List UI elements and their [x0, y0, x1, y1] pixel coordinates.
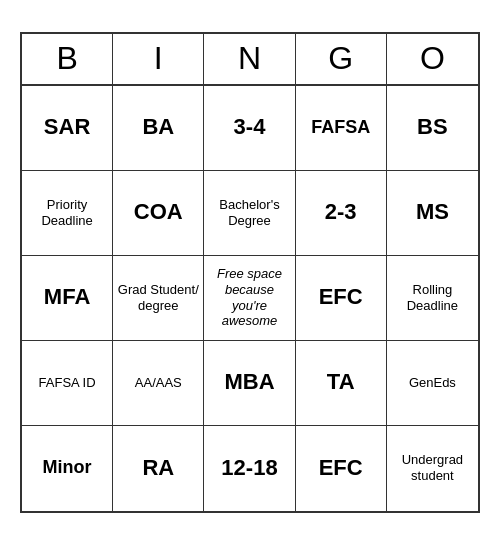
bingo-cell: COA: [113, 171, 204, 256]
bingo-cell-text: MFA: [44, 284, 90, 310]
bingo-cell-text: COA: [134, 199, 183, 225]
bingo-cell-text: Free space because you're awesome: [208, 266, 290, 328]
bingo-cell-text: MS: [416, 199, 449, 225]
bingo-cell: EFC: [296, 256, 387, 341]
bingo-cell: 2-3: [296, 171, 387, 256]
bingo-header-letter: O: [387, 34, 478, 84]
bingo-cell-text: 2-3: [325, 199, 357, 225]
bingo-cell: SAR: [22, 86, 113, 171]
bingo-cell-text: EFC: [319, 455, 363, 481]
bingo-cell-text: Priority Deadline: [26, 197, 108, 228]
bingo-cell: EFC: [296, 426, 387, 511]
bingo-cell-text: Undergrad student: [391, 452, 474, 483]
bingo-cell: 3-4: [204, 86, 295, 171]
bingo-header-letter: G: [296, 34, 387, 84]
bingo-cell-text: BA: [142, 114, 174, 140]
bingo-grid: SARBA3-4FAFSABSPriority DeadlineCOABache…: [22, 86, 478, 511]
bingo-cell-text: Grad Student/ degree: [117, 282, 199, 313]
bingo-cell: Grad Student/ degree: [113, 256, 204, 341]
bingo-cell-text: GenEds: [409, 375, 456, 391]
bingo-cell-text: FAFSA: [311, 117, 370, 139]
bingo-cell-text: BS: [417, 114, 448, 140]
bingo-cell: Minor: [22, 426, 113, 511]
bingo-cell: Priority Deadline: [22, 171, 113, 256]
bingo-cell: TA: [296, 341, 387, 426]
bingo-cell: Bachelor's Degree: [204, 171, 295, 256]
bingo-header-letter: B: [22, 34, 113, 84]
bingo-cell: MBA: [204, 341, 295, 426]
bingo-cell-text: Rolling Deadline: [391, 282, 474, 313]
bingo-cell-text: TA: [327, 369, 355, 395]
bingo-cell: Undergrad student: [387, 426, 478, 511]
bingo-cell-text: 3-4: [234, 114, 266, 140]
bingo-cell-text: Minor: [43, 457, 92, 479]
bingo-cell: MFA: [22, 256, 113, 341]
bingo-cell: AA/AAS: [113, 341, 204, 426]
bingo-card: BINGO SARBA3-4FAFSABSPriority DeadlineCO…: [20, 32, 480, 513]
bingo-cell: MS: [387, 171, 478, 256]
bingo-cell-text: SAR: [44, 114, 90, 140]
bingo-cell-text: Bachelor's Degree: [208, 197, 290, 228]
bingo-cell: FAFSA ID: [22, 341, 113, 426]
bingo-cell-text: MBA: [224, 369, 274, 395]
bingo-cell-text: RA: [142, 455, 174, 481]
bingo-cell: GenEds: [387, 341, 478, 426]
bingo-cell: BS: [387, 86, 478, 171]
bingo-header: BINGO: [22, 34, 478, 86]
bingo-cell-text: FAFSA ID: [39, 375, 96, 391]
bingo-cell: BA: [113, 86, 204, 171]
bingo-cell: Rolling Deadline: [387, 256, 478, 341]
bingo-header-letter: I: [113, 34, 204, 84]
bingo-cell-text: 12-18: [221, 455, 277, 481]
bingo-cell-text: AA/AAS: [135, 375, 182, 391]
bingo-cell-text: EFC: [319, 284, 363, 310]
bingo-cell: Free space because you're awesome: [204, 256, 295, 341]
bingo-cell: 12-18: [204, 426, 295, 511]
bingo-cell: FAFSA: [296, 86, 387, 171]
bingo-header-letter: N: [204, 34, 295, 84]
bingo-cell: RA: [113, 426, 204, 511]
